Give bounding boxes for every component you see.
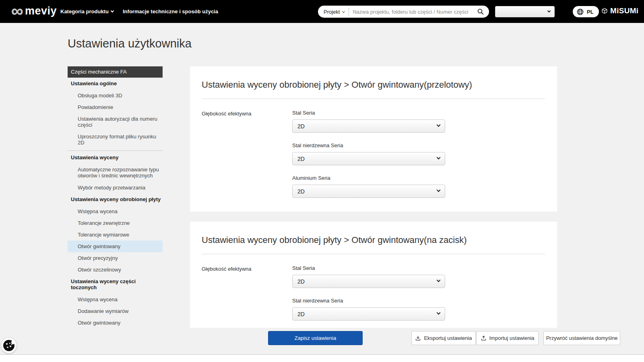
search-icon	[477, 8, 484, 15]
select-value: 2D	[297, 156, 305, 162]
misumi-cube-icon	[601, 7, 609, 15]
sidebar-item-otwor-precyzyjny-plyty[interactable]: Otwór precyzyjny	[68, 252, 163, 264]
field-group: Stal Seria 2D Stal nierdzewna Seria 2D A…	[292, 110, 545, 198]
section-otwor-gwintowany-przelotowy: Ustawienia wyceny obrobionej płyty > Otw…	[190, 66, 557, 212]
sidebar-item-otwor-gwintowany-selected[interactable]: Otwór gwintowany	[68, 241, 163, 252]
field-label-stal-seria: Stal Seria	[292, 265, 545, 271]
chevron-down-icon	[437, 188, 441, 192]
chevron-down-icon	[547, 9, 551, 12]
restore-default-settings-button[interactable]: Przywróć ustawienia domyślne	[543, 331, 620, 345]
search-bar: Projekt	[318, 6, 489, 18]
page-title: Ustawienia użytkownika	[68, 37, 192, 50]
misumi-logo-text: MiSUMi	[610, 6, 638, 15]
sidebar-group-ustawienia-wyceny[interactable]: Ustawienia wyceny	[68, 152, 163, 164]
search-input[interactable]	[353, 9, 476, 15]
select-value: 2D	[297, 188, 305, 195]
infinity-logo-icon: ∞	[11, 3, 23, 19]
upload-icon	[481, 335, 487, 341]
sidebar-item-tolerancje-zewnetrzne[interactable]: Tolerancje zewnętrzne	[68, 217, 163, 229]
section-otwor-gwintowany-na-zacisk: Ustawienia wyceny obrobionej płyty > Otw…	[190, 222, 557, 344]
divider	[202, 254, 545, 254]
sidebar-item-wstepna-wycena-plyty[interactable]: Wstępna wycena	[68, 206, 163, 217]
misumi-logo[interactable]: MiSUMi	[601, 6, 638, 15]
sidebar-item-ustawienia-autoryzacji[interactable]: Ustawienia autoryzacji dla numeru części	[68, 113, 163, 131]
footer-action-bar: Zapisz ustawienia Eksportuj ustawienia I…	[0, 328, 644, 354]
settings-row: Głębokość efektywna Stal Seria 2D Stal n…	[202, 110, 545, 198]
section-title: Ustawienia wyceny obrobionej płyty > Otw…	[202, 235, 545, 245]
settings-row: Głębokość efektywna Stal Seria 2D Stal n…	[202, 265, 545, 330]
sidebar-group-wycena-obrobionej-plyty[interactable]: Ustawienia wyceny obrobionej płyty	[68, 193, 163, 206]
field-label-aluminium-seria: Aluminium Seria	[292, 175, 545, 181]
chevron-down-icon	[437, 311, 441, 315]
sidebar-item-tolerancje-wymiarowe[interactable]: Tolerancje wymiarowe	[68, 229, 163, 241]
sidebar-item-automatyczne-rozpoznawanie[interactable]: Automatyczne rozpoznawanie typu otworów …	[68, 164, 163, 181]
sidebar-item-powiadomienie[interactable]: Powiadomienie	[68, 101, 163, 113]
search-category-value: Projekt	[324, 9, 340, 15]
meviy-logo[interactable]: ∞ meviy	[11, 3, 57, 19]
globe-icon	[576, 8, 584, 16]
stal-seria-select[interactable]: 2D	[292, 275, 445, 288]
language-button[interactable]: PL	[573, 6, 599, 17]
stal-nierdzewna-seria-select[interactable]: 2D	[292, 152, 445, 165]
chevron-down-icon	[111, 9, 114, 12]
settings-content: Ustawienia wyceny obrobionej płyty > Otw…	[190, 66, 557, 344]
row-label-glebokosc-efektywna: Głębokość efektywna	[202, 110, 292, 198]
divider	[202, 99, 545, 99]
meviy-logo-text: meviy	[25, 5, 57, 17]
export-label: Eksportuj ustawienia	[424, 335, 472, 341]
aluminium-seria-select[interactable]: 2D	[292, 185, 445, 198]
bottom-strip	[0, 354, 644, 362]
nav-link-label: Kategoria produktu	[60, 8, 109, 14]
import-settings-button[interactable]: Importuj ustawienia	[476, 331, 539, 345]
nav-kategoria-produktu[interactable]: Kategoria produktu	[60, 0, 114, 23]
account-select[interactable]	[495, 6, 555, 17]
sidebar-item-obsluga-modeli-3d[interactable]: Obsługa modeli 3D	[68, 90, 163, 101]
chevron-down-icon	[437, 156, 441, 160]
sidebar-group-czesci-toczonych[interactable]: Ustawienia wyceny części toczonych	[68, 276, 163, 294]
select-value: 2D	[297, 123, 305, 130]
cookie-settings-button[interactable]	[1, 338, 17, 353]
chevron-down-icon	[437, 123, 441, 127]
field-label-stal-seria: Stal Seria	[292, 110, 545, 116]
stal-seria-select[interactable]: 2D	[292, 119, 445, 133]
section-title: Ustawienia wyceny obrobionej płyty > Otw…	[202, 80, 545, 90]
top-navbar: ∞ meviy Kategoria produktu Informacje te…	[0, 0, 644, 23]
cookie-icon	[3, 339, 15, 352]
save-settings-button[interactable]: Zapisz ustawienia	[268, 331, 363, 345]
sidebar-item-otwor-gwintowany-toczonych[interactable]: Otwór gwintowany	[68, 317, 163, 329]
chevron-down-icon	[437, 278, 441, 282]
sidebar: Części mechaniczne FA Ustawienia ogólne …	[68, 66, 163, 340]
download-icon	[415, 335, 421, 341]
stal-nierdzewna-seria-select[interactable]: 2D	[292, 307, 445, 321]
search-button[interactable]	[476, 8, 485, 15]
select-value: 2D	[297, 311, 305, 317]
select-value: 2D	[297, 278, 305, 285]
nav-informacje-techniczne[interactable]: Informacje techniczne i sposób użycia	[123, 0, 218, 23]
field-label-stal-nierdzewna-seria: Stal nierdzewna Seria	[292, 298, 545, 304]
sidebar-item-wstepna-wycena-toczonych[interactable]: Wstępna wycena	[68, 294, 163, 305]
sidebar-header-czesci-mechaniczne-fa[interactable]: Części mechaniczne FA	[68, 66, 163, 78]
export-settings-button[interactable]: Eksportuj ustawienia	[411, 331, 476, 345]
language-code: PL	[587, 9, 594, 15]
divider	[68, 150, 163, 151]
search-category-select[interactable]: Projekt	[324, 9, 345, 15]
divider	[349, 8, 349, 16]
row-label-glebokosc-efektywna: Głębokość efektywna	[202, 265, 292, 330]
field-group: Stal Seria 2D Stal nierdzewna Seria 2D	[292, 265, 545, 330]
sidebar-item-wybor-metody[interactable]: Wybór metody przetwarzania	[68, 182, 163, 193]
sidebar-item-otwor-szczelinowy[interactable]: Otwór szczelinowy	[68, 264, 163, 276]
field-label-stal-nierdzewna-seria: Stal nierdzewna Seria	[292, 142, 545, 148]
sidebar-item-uproszczony-format[interactable]: Uproszczony format pliku rysunku 2D	[68, 131, 163, 148]
sidebar-group-ustawienia-ogolne[interactable]: Ustawienia ogólne	[68, 78, 163, 90]
chevron-down-icon	[342, 10, 345, 12]
import-label: Importuj ustawienia	[489, 335, 535, 341]
sidebar-item-dodawanie-wymiarow[interactable]: Dodawanie wymiarów	[68, 305, 163, 317]
nav-link-label: Informacje techniczne i sposób użycia	[123, 8, 218, 14]
